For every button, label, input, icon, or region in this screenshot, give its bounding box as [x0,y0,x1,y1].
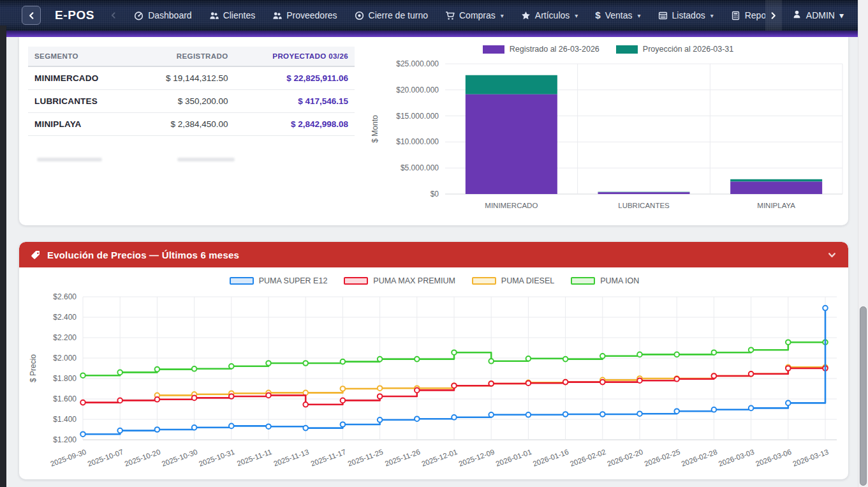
data-point [303,402,308,407]
data-point [378,386,383,391]
collapse-chevron-icon[interactable] [827,250,837,260]
legend-item[interactable]: Registrado al 26-03-2026 [483,45,600,54]
scrollbar-thumb[interactable] [860,306,867,486]
data-point [341,386,346,391]
legend-item[interactable]: PUMA DIESEL [472,276,554,285]
projected-value: $ 417,546.15 [235,90,355,113]
data-point [786,366,791,371]
star-icon [521,11,531,20]
data-point [266,424,271,429]
bar-chart: $0$5.000.000$10.000.000$15.000.000$20.00… [367,55,848,216]
legend-swatch [472,277,496,285]
menu-item-clientes[interactable]: Clientes [209,10,256,20]
chevron-left-icon [27,11,36,20]
main-menu: Dashboard Clientes Proveedores Cierre de… [134,10,765,20]
menu-item-articulos[interactable]: Artículos ▾ [521,10,578,20]
bar-group [730,179,822,194]
bar-chart-legend: Registrado al 26-03-2026Proyección al 20… [483,45,734,54]
segment-name: MINIPLAYA [28,113,133,136]
data-point [303,361,308,366]
data-point [749,371,754,377]
left-edge-strip [0,26,6,487]
menu-item-compras[interactable]: Compras ▾ [445,10,504,20]
data-point [341,359,346,364]
svg-text:MINIMERCADO: MINIMERCADO [485,202,538,209]
svg-text:$2.200: $2.200 [53,333,77,342]
data-point [341,422,346,427]
users-icon [209,11,219,20]
chevron-down-icon: ▾ [710,12,714,19]
shift-close-icon [355,11,364,20]
data-point [415,357,420,362]
data-point [712,373,717,378]
svg-text:2025-09-30: 2025-09-30 [49,448,87,468]
projected-value: $ 22,825,911.06 [235,66,355,90]
chevron-down-icon: ▾ [638,12,641,19]
data-point [378,394,383,399]
top-navbar: E-POS Dashboard Clientes Proveedores Cie… [0,0,858,31]
svg-text:2026-01-16: 2026-01-16 [532,448,570,468]
registered-value: $ 350,200.00 [133,90,235,113]
bar-group [466,75,557,194]
svg-text:2026-02-02: 2026-02-02 [569,448,607,468]
data-point [415,388,420,393]
data-point [489,381,494,386]
legend-item[interactable]: PUMA SUPER E12 [230,276,328,285]
data-point [786,401,791,406]
price-panel-header[interactable]: Evolución de Precios — Últimos 6 meses [19,242,848,267]
registered-bar [466,94,557,194]
svg-text:2025-11-11: 2025-11-11 [236,448,273,468]
svg-text:$ Precio: $ Precio [29,354,38,382]
menu-item-admin[interactable]: ADMIN ▾ [792,10,844,21]
menu-scroll-left-button[interactable] [110,11,117,19]
svg-text:2025-10-20: 2025-10-20 [124,448,161,468]
scrollbar-track[interactable] [858,0,868,487]
menu-item-listados[interactable]: Listados ▾ [658,10,714,20]
legend-label: PUMA DIESEL [501,276,554,285]
svg-text:$20.000.000: $20.000.000 [396,86,439,94]
projected-value: $ 2,842,998.08 [235,113,355,136]
back-button[interactable] [22,6,41,25]
registered-value: $ 2,384,450.00 [133,113,235,136]
data-point [563,357,568,362]
data-point [192,396,197,401]
data-point [526,356,531,361]
col-header-registrado: REGISTRADO [133,47,235,66]
data-point [674,352,679,357]
app-brand: E-POS [55,8,94,22]
data-point [303,391,308,396]
svg-text:MINIPLAYA: MINIPLAYA [757,202,795,209]
main-content: SEGMENTO REGISTRADO PROYECTADO 03/26 MIN… [6,37,858,487]
legend-item[interactable]: PUMA MAX PREMIUM [344,276,455,285]
menu-scroll-right-button[interactable] [765,0,782,31]
list-icon [658,11,668,20]
svg-text:2026-01-01: 2026-01-01 [495,448,533,468]
data-point [526,412,531,417]
segments-table: SEGMENTO REGISTRADO PROYECTADO 03/26 MIN… [28,47,355,136]
chevron-left-icon [110,11,117,19]
svg-text:$2.400: $2.400 [53,313,77,322]
svg-text:2026-03-06: 2026-03-06 [754,448,792,468]
registered-bar [598,192,690,194]
legend-item[interactable]: PUMA ION [571,276,639,285]
menu-item-ventas[interactable]: $ Ventas ▾ [595,10,640,20]
legend-label: PUMA ION [600,276,639,285]
data-point [563,412,568,417]
data-point [117,428,122,433]
menu-item-dashboard[interactable]: Dashboard [134,10,192,20]
chevron-down-icon: ▾ [575,12,578,19]
data-point [452,350,457,355]
data-point [192,425,197,430]
line-chart-legend: PUMA SUPER E12PUMA MAX PREMIUMPUMA DIESE… [27,276,842,285]
menu-item-cierre-de-turno[interactable]: Cierre de turno [355,10,428,20]
legend-item[interactable]: Proyección al 2026-03-31 [616,45,733,54]
svg-text:$15.000.000: $15.000.000 [396,112,439,121]
menu-item-proveedores[interactable]: Proveedores [272,10,337,20]
svg-text:2025-12-01: 2025-12-01 [420,448,458,468]
data-point [80,373,85,378]
data-point [229,364,234,369]
svg-text:$10.000.000: $10.000.000 [396,137,439,146]
data-point [489,412,494,417]
menu-item-reportes[interactable]: Reportes [731,10,765,20]
segments-card: SEGMENTO REGISTRADO PROYECTADO 03/26 MIN… [19,37,848,225]
